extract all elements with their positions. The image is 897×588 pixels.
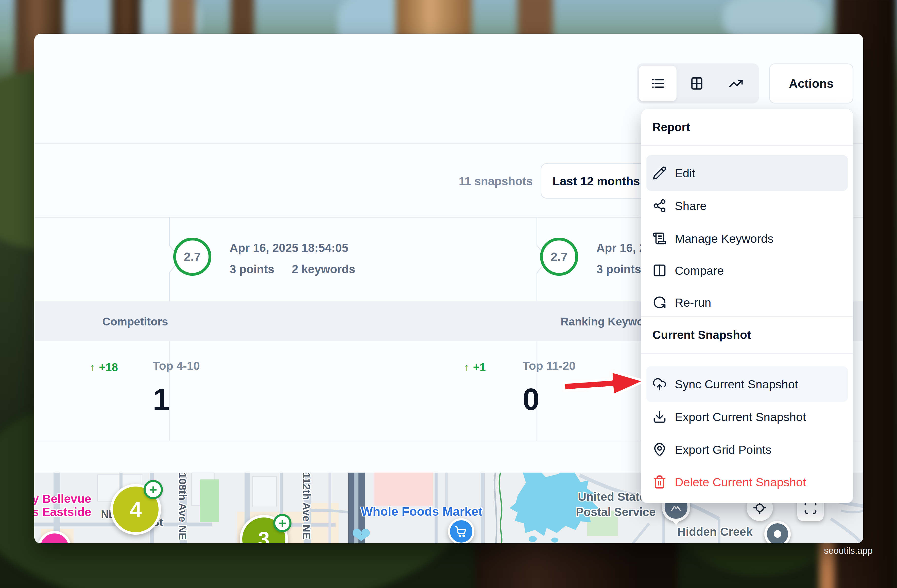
menu-item-label: Sync Current Snapshot (675, 377, 798, 391)
menu-item-sync-current-snapshot[interactable]: Sync Current Snapshot (646, 366, 848, 402)
snapshot-date: Apr 16, 2025 18:54:05 (230, 241, 348, 255)
map-pin-icon (652, 443, 667, 456)
competitors-delta: ↑+18 (67, 361, 118, 374)
hidden-creek-label: Hidden Creek (677, 525, 753, 539)
table-icon (689, 76, 704, 91)
actions-button[interactable]: Actions (769, 63, 853, 104)
top4-10-value: 1 (153, 382, 169, 417)
scroll-text-icon (652, 231, 667, 245)
columns-icon (652, 263, 667, 277)
trend-icon (729, 76, 743, 91)
menu-section-report: Report (652, 120, 690, 134)
competitors-delta-value: +18 (99, 361, 118, 374)
list-icon (651, 76, 665, 91)
menu-item-edit[interactable]: Edit (646, 155, 848, 191)
menu-item-label: Manage Keywords (675, 231, 773, 245)
menu-item-export-current-snapshot[interactable]: Export Current Snapshot (646, 399, 848, 435)
menu-item-label: Edit (675, 166, 695, 180)
snapshot-points: 3 points (230, 263, 274, 276)
snapshot-points: 3 points (596, 263, 641, 276)
snapshot-keywords: 2 keywords (292, 263, 355, 276)
menu-item-share[interactable]: Share (646, 188, 848, 224)
menu-item-label: Compare (675, 263, 724, 277)
up-arrow-icon: ↑ (90, 361, 95, 374)
view-switcher (637, 63, 759, 104)
snapshot-score-badge[interactable]: 2.7 (173, 238, 211, 276)
marker-rank: 3 (258, 527, 269, 544)
menu-item-label: Delete Current Snapshot (675, 475, 806, 489)
date-range-value: Last 12 months (553, 174, 640, 188)
snapshot-score: 2.7 (551, 250, 568, 264)
top11-20-value: 0 (523, 382, 539, 417)
top4-10-label: Top 4-10 (153, 359, 200, 373)
add-point-badge[interactable]: + (144, 480, 163, 499)
menu-item-label: Re-run (675, 296, 711, 309)
usps-label-line2: Postal Service (576, 505, 656, 519)
table-view-button[interactable] (678, 66, 716, 101)
menu-section-current-snapshot: Current Snapshot (652, 328, 751, 342)
snapshot-count: 11 snapshots (431, 174, 533, 188)
shopping-cart-icon (455, 525, 468, 538)
menu-separator (641, 353, 853, 354)
ranking-delta-value: +1 (473, 361, 486, 374)
snapshot-score-badge[interactable]: 2.7 (540, 238, 578, 276)
menu-item-rerun[interactable]: Re-run (646, 285, 848, 320)
pencil-icon (652, 166, 667, 180)
bellevue-label-line2: s Eastside (34, 505, 91, 519)
marker-rank: 4 (130, 497, 142, 522)
rerun-icon (652, 295, 667, 309)
download-icon (652, 410, 667, 424)
menu-item-delete-current-snapshot[interactable]: Delete Current Snapshot (646, 464, 848, 500)
watermark: seoutils.app (824, 545, 873, 556)
cloud-upload-icon (652, 377, 667, 391)
list-view-button[interactable] (639, 66, 677, 101)
pin-dot (774, 530, 781, 538)
bellevue-label-line1: y Bellevue (34, 492, 91, 505)
menu-item-label: Export Current Snapshot (675, 410, 806, 424)
trash-icon (652, 475, 667, 489)
ranking-delta: ↑+1 (435, 361, 486, 374)
add-point-badge[interactable]: + (273, 514, 291, 532)
menu-item-export-grid-points[interactable]: Export Grid Points (646, 432, 848, 467)
actions-dropdown-menu: Report Edit Share Manage Keywords Compar… (641, 109, 853, 503)
menu-item-label: Export Grid Points (675, 443, 771, 456)
ave112-street-label: 112th Ave NE (300, 473, 312, 544)
snapshot-meta: 3 points 2 keywords (230, 262, 355, 276)
menu-item-label: Share (675, 199, 707, 213)
menu-item-compare[interactable]: Compare (646, 253, 848, 288)
menu-item-manage-keywords[interactable]: Manage Keywords (646, 221, 848, 256)
plus-icon: + (149, 482, 157, 497)
up-arrow-icon: ↑ (464, 361, 470, 374)
whole-foods-label: Whole Foods Market (361, 504, 482, 519)
ave108-street-label: 108th Ave NE (176, 473, 188, 544)
snapshot-score: 2.7 (184, 250, 201, 264)
competitors-header: Competitors (84, 315, 186, 328)
share-icon (652, 199, 667, 213)
plus-icon: + (279, 516, 286, 531)
whole-foods-marker[interactable] (448, 518, 475, 544)
pin-tail (672, 520, 680, 525)
menu-separator (641, 316, 853, 317)
menu-separator (641, 145, 853, 146)
actions-button-label: Actions (789, 77, 834, 90)
annotation-arrow (562, 365, 648, 403)
trend-view-button[interactable] (717, 66, 755, 101)
